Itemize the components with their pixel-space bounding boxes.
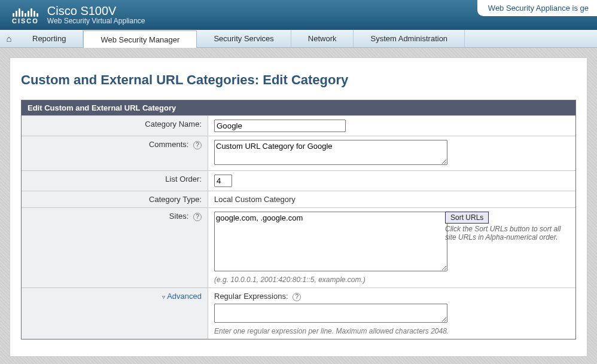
page-title: Custom and External URL Categories: Edit…	[21, 72, 576, 88]
nav-tab-label: System Administration	[370, 34, 447, 43]
product-name: Cisco S100V	[47, 4, 145, 17]
cisco-bars-icon	[13, 6, 38, 17]
label-comments: Comments:	[149, 140, 188, 149]
sort-urls-block: Sort URLs Click the Sort URLs button to …	[445, 212, 565, 241]
label-category-type: Category Type:	[22, 191, 208, 207]
comments-textarea[interactable]	[214, 140, 447, 165]
category-name-input[interactable]	[214, 120, 346, 132]
warning-banner: Web Security Appliance is ge	[477, 0, 597, 16]
label-sites: Sites:	[169, 212, 189, 221]
label-regex: Regular Expressions:	[214, 292, 288, 301]
regex-textarea[interactable]	[214, 304, 447, 323]
row-comments: Comments: ?	[22, 136, 575, 170]
sort-urls-desc: Click the Sort URLs button to sort all s…	[445, 225, 565, 241]
page-container: Custom and External URL Categories: Edit…	[10, 57, 587, 357]
sites-textarea[interactable]	[214, 212, 447, 271]
nav-tab-reporting[interactable]: Reporting	[16, 30, 83, 47]
advanced-toggle[interactable]: Advanced	[162, 292, 202, 301]
nav-tab-label: Security Services	[214, 34, 273, 43]
home-icon[interactable]: ⌂	[2, 30, 16, 47]
list-order-input[interactable]	[214, 175, 232, 187]
nav-tab-system-administration[interactable]: System Administration	[354, 30, 465, 47]
label-category-name: Category Name:	[22, 116, 208, 136]
nav-tab-web-security-manager[interactable]: Web Security Manager	[83, 30, 197, 48]
regex-hint: Enter one regular expression per line. M…	[214, 327, 569, 335]
nav-tab-label: Web Security Manager	[100, 35, 179, 44]
help-icon[interactable]: ?	[293, 293, 301, 301]
product-block: Cisco S100V Web Security Virtual Applian…	[47, 4, 145, 25]
help-icon[interactable]: ?	[193, 141, 202, 149]
row-list-order: List Order:	[22, 170, 575, 191]
sort-urls-button[interactable]: Sort URLs	[445, 212, 489, 224]
edit-category-panel: Edit Custom and External URL Category Ca…	[21, 100, 576, 339]
label-list-order: List Order:	[22, 171, 208, 191]
product-subtitle: Web Security Virtual Appliance	[47, 17, 145, 25]
panel-header: Edit Custom and External URL Category	[22, 100, 575, 115]
category-type-value: Local Custom Category	[208, 191, 575, 207]
nav-tab-network[interactable]: Network	[291, 30, 354, 47]
app-header: CISCO Cisco S100V Web Security Virtual A…	[0, 0, 597, 30]
nav-tab-label: Network	[308, 34, 337, 43]
row-category-type: Category Type: Local Custom Category	[22, 191, 575, 207]
help-icon[interactable]: ?	[193, 213, 202, 221]
nav-tab-security-services[interactable]: Security Services	[197, 30, 291, 47]
sites-example: (e.g. 10.0.0.1, 2001:420:80:1::5, exampl…	[214, 276, 569, 284]
row-advanced: Advanced Regular Expressions: ? Enter on…	[22, 287, 575, 339]
cisco-wordmark: CISCO	[12, 17, 39, 25]
main-nav: ⌂ Reporting Web Security Manager Securit…	[0, 30, 597, 48]
row-sites: Sites: ? (e.g. 10.0.0.1, 2001:420:80:1::…	[22, 207, 575, 287]
row-category-name: Category Name:	[22, 115, 575, 136]
cisco-logo: CISCO	[12, 6, 39, 25]
nav-tab-label: Reporting	[32, 34, 66, 43]
